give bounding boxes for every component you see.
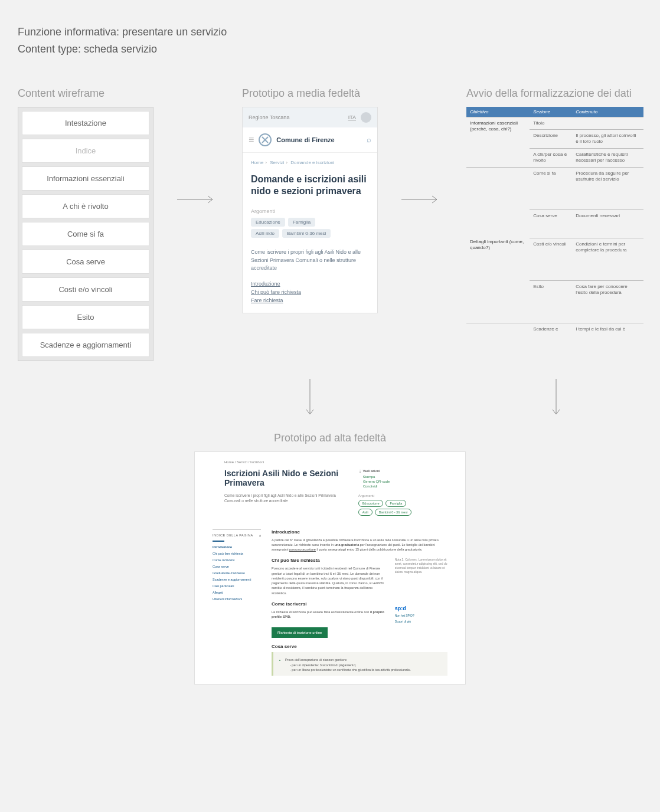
midfi-title: Domande e iscrizioni asili nido e sezion… [251,173,369,198]
con-costi: Condizioni e termini per completare la p… [572,238,643,280]
sec-introduzione-h: Introduzione [272,529,447,535]
formal-column: Avvio della formalizzazione dei dati Obi… [466,87,643,335]
arrow-row [18,379,642,420]
action-qr[interactable]: Genera QR-code [363,480,447,483]
wf-esito: Esito [22,305,149,329]
link-intro[interactable]: Introduzione [251,281,369,287]
bc-servizi[interactable]: Servizi [270,160,284,165]
nav-allegati[interactable]: Allegati [213,591,261,594]
breadcrumb: Home› Servizi› Domande e iscrizioni [251,160,369,165]
pill-asili[interactable]: Asili nido [251,229,279,238]
nav-chi[interactable]: Chi può fare richiesta [213,552,261,555]
th-obiettivo: Obiettivo [466,107,530,117]
search-icon[interactable]: ⌕ [367,135,371,144]
lang-selector[interactable]: ITA [348,114,356,120]
sec-cosa-h: Cosa serve [272,644,447,649]
hifi-nav: INDICE DELLA PAGINA▴ Introduzione Chi pu… [213,529,261,676]
pill-educazione[interactable]: Educazione [251,218,285,227]
nav-come[interactable]: Come iscriversi [213,558,261,562]
nav-title[interactable]: INDICE DELLA PAGINA▴ [213,533,261,537]
box-intro: Prova dell'occupazione di ciascun genito… [285,657,443,662]
bc-domande[interactable]: Domande e iscrizioni [290,160,334,165]
logo-icon [259,133,272,146]
pill-bambini[interactable]: Bambini 0-36 mesi [282,229,331,238]
menu-icon[interactable]: ≡ [249,135,254,145]
comune-title: Comune di Firenze [276,136,362,143]
nav-grad[interactable]: Graduatorie d'accesso [213,571,261,575]
page-header: Funzione informativa: presentare un serv… [18,24,642,58]
pill-famiglia[interactable]: Famiglia [288,218,315,227]
sec-cosaserve: Cosa serve [530,209,572,238]
hifi-subtitle: Come iscrivere i propri figli agli Asili… [224,493,341,503]
hpill-educazione[interactable]: Educazione [358,500,384,507]
formal-table: Obiettivo Sezione Contenuto Informazioni… [466,107,643,335]
action-stampa[interactable]: Stampa [363,475,447,479]
nav-scad[interactable]: Scadenze e aggiornamenti [213,578,261,581]
th-sezione: Sezione [530,107,572,117]
con-scadenze: I tempi e le fasi da cui è [572,323,643,335]
obj-info: Informazioni essenziali (perché, cosa, c… [466,117,530,167]
spid-link1[interactable]: Non hai SPID? [395,614,447,618]
hpill-famiglia[interactable]: Famiglia [385,500,406,507]
arrow-formal-down [469,379,642,420]
wf-cosa-serve: Cosa serve [22,250,149,274]
richiesta-button[interactable]: Richiesta di iscrizione online [272,627,328,638]
hifi-breadcrumb[interactable]: Home / Servizi / Iscrizioni [224,460,447,464]
con-come: Procedura da seguire per usufruire del s… [572,167,643,209]
hpill-asili[interactable]: Asili [358,509,373,516]
header-line1: Funzione informativa: presentare un serv… [18,24,642,41]
actions-label[interactable]: Vedi azioni [358,469,447,473]
arrow-midfi-down [244,379,377,420]
arrow-wireframe-to-midfi [177,87,218,312]
midfi-desc: Come iscrivere i propri figli agli Asili… [251,248,369,273]
sec-chi-p: Possono accedere al servizio tutti i cit… [272,566,388,595]
sec-achi: A chi/per cosa è rivolto [530,148,572,167]
header-line2: Content type: scheda servizio [18,41,642,58]
con-descrizione: Il processo, gli attori coinvolti e il l… [572,129,643,148]
formal-label: Avvio della formalizzazione dei dati [466,87,643,100]
sec-scadenze: Scadenze e [530,323,572,335]
region-label: Regione Toscana [249,114,289,120]
nav-casi[interactable]: Casi particolari [213,584,261,588]
link-chi[interactable]: Chi può fare richiesta [251,289,369,295]
midfi-label: Prototipo a media fedeltà [242,87,378,100]
sec-come: Come si fa [530,167,572,209]
wireframe-panel: Intestazione Indice Informazioni essenzi… [18,107,153,361]
wf-intestazione: Intestazione [22,111,149,135]
wf-informazioni: Informazioni essenziali [22,166,149,191]
wf-come-si-fa: Come si fa [22,222,149,246]
argomenti-label: Argomenti [251,208,369,214]
sec-come-h: Come iscriversi [272,601,388,607]
box-li1: - per un dipendente: 3 scontrini di paga… [290,663,443,667]
midfi-links: Introduzione Chi può fare richiesta Fare… [251,281,369,303]
nav-introduzione[interactable]: Introduzione [213,545,261,549]
arrow-midfi-to-formal [401,87,443,312]
hpill-bambini[interactable]: Bambini 0 - 36 mesi [375,509,412,516]
hifi-title: Iscrizioni Asili Nido e Sezioni Primaver… [224,469,341,489]
wf-scadenze: Scadenze e aggiornamenti [22,333,149,357]
link-fare[interactable]: Fare richiesta [251,297,369,303]
action-condividi[interactable]: Condividi [363,484,447,488]
bc-home[interactable]: Home [251,160,263,165]
sec-descrizione: Descrizione [530,129,572,148]
con-achi: Caratteristiche e requisiti necessari pe… [572,148,643,167]
sec-chi-h: Chi può fare richiesta [272,558,388,563]
nav-ulteriori[interactable]: Ulteriori informazioni [213,597,261,601]
sec-titolo: Titolo [530,117,572,129]
sec-chi-note: Nota 2. Columns. Lorem ipsum dolor sit a… [395,558,447,601]
wireframe-column: Content wireframe Intestazione Indice In… [18,87,153,361]
hifi-content: Introduzione A partire dal 6° mese di gr… [272,529,447,676]
midfi-topbar: Regione Toscana ITA [243,107,377,127]
hifi-label: Prototipo ad alta fedeltà [18,432,642,444]
box-li2: - per un libero professionista: un certi… [290,667,443,672]
user-icon[interactable] [361,112,371,123]
obj-dettagli: Dettagli importanti (come, quando?) [466,167,530,323]
sec-introduzione-p: A partire dal 6° mese di gravidanza è po… [272,538,447,552]
spid-logo: sp:d [395,605,447,613]
nav-cosa[interactable]: Cosa serve [213,565,261,568]
spid-link2[interactable]: Scopri di più [395,620,447,624]
hifi-panel: Home / Servizi / Iscrizioni Iscrizioni A… [194,451,466,685]
th-contenuto: Contenuto [572,107,643,117]
hifi-argo-label: Argomenti [358,494,447,497]
wf-a-chi: A chi è rivolto [22,194,149,218]
